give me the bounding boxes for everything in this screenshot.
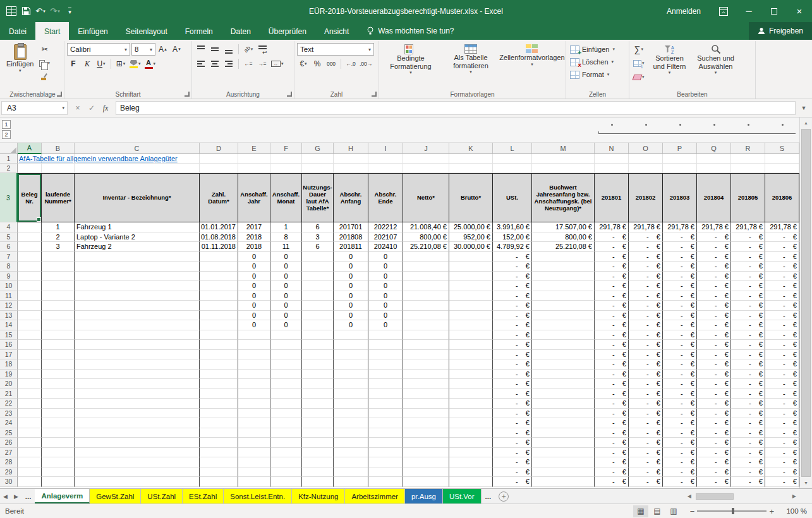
cell-O13[interactable]: - € bbox=[629, 311, 663, 321]
cell-P1[interactable] bbox=[663, 154, 697, 164]
cell-E23[interactable] bbox=[238, 409, 270, 419]
cell-R13[interactable]: - € bbox=[731, 311, 765, 321]
cell-P24[interactable]: - € bbox=[663, 418, 697, 428]
cell-K21[interactable] bbox=[449, 389, 493, 399]
cell-L3[interactable]: USt. bbox=[493, 173, 532, 222]
cell-S11[interactable]: - € bbox=[765, 291, 799, 301]
cell-I2[interactable] bbox=[368, 164, 403, 173]
cell-B24[interactable] bbox=[42, 418, 75, 428]
cell-S18[interactable]: - € bbox=[765, 359, 799, 370]
cell-N7[interactable]: - € bbox=[595, 252, 629, 262]
cell-S22[interactable]: - € bbox=[765, 399, 799, 409]
cell-K6[interactable]: 30.000,00 € bbox=[449, 242, 493, 252]
cell-H5[interactable]: 201808 bbox=[334, 232, 368, 243]
cell-F15[interactable] bbox=[270, 330, 302, 340]
cell-K24[interactable] bbox=[449, 418, 493, 428]
format-as-table-button[interactable]: Als Tabelle formatieren ▾ bbox=[442, 43, 500, 76]
cell-P21[interactable]: - € bbox=[663, 389, 697, 399]
hscroll-track[interactable] bbox=[694, 493, 789, 500]
zoom-level-label[interactable]: 100 % bbox=[777, 507, 807, 515]
cell-E10[interactable]: 0 bbox=[238, 281, 270, 291]
row-header-14[interactable]: 14 bbox=[0, 320, 18, 330]
cell-H1[interactable] bbox=[334, 154, 368, 164]
cell-R5[interactable]: - € bbox=[731, 232, 765, 243]
ribbon-tab-einfügen[interactable]: Einfügen bbox=[69, 22, 116, 40]
cell-J2[interactable] bbox=[403, 164, 449, 173]
cell-O22[interactable]: - € bbox=[629, 399, 663, 409]
cell-G23[interactable] bbox=[302, 409, 334, 419]
cell-J13[interactable] bbox=[403, 311, 449, 321]
align-right-button[interactable] bbox=[222, 57, 235, 70]
cell-C15[interactable] bbox=[75, 330, 200, 340]
cell-E22[interactable] bbox=[238, 399, 270, 409]
cell-L23[interactable]: - € bbox=[493, 409, 532, 419]
cell-D19[interactable] bbox=[200, 370, 238, 380]
cell-J4[interactable]: 21.008,40 € bbox=[403, 222, 449, 232]
cell-D16[interactable] bbox=[200, 340, 238, 350]
cell-F21[interactable] bbox=[270, 389, 302, 399]
cell-R14[interactable]: - € bbox=[731, 320, 765, 330]
cell-C11[interactable] bbox=[75, 291, 200, 301]
cell-Q1[interactable] bbox=[697, 154, 731, 164]
increase-font-button[interactable]: A▲ bbox=[157, 43, 169, 56]
row-header-11[interactable]: 11 bbox=[0, 291, 18, 301]
cell-F20[interactable] bbox=[270, 379, 302, 389]
cell-D4[interactable]: 01.01.2017 bbox=[200, 222, 238, 232]
cell-J24[interactable] bbox=[403, 418, 449, 428]
cell-G26[interactable] bbox=[302, 438, 334, 448]
cell-H21[interactable] bbox=[334, 389, 368, 399]
cell-I20[interactable] bbox=[368, 379, 403, 389]
cell-B4[interactable]: 1 bbox=[42, 222, 75, 232]
align-top-button[interactable] bbox=[195, 43, 207, 56]
cell-K5[interactable]: 952,00 € bbox=[449, 232, 493, 243]
cell-B28[interactable] bbox=[42, 457, 75, 467]
borders-button[interactable]: ⊞▾ bbox=[114, 57, 127, 70]
cell-I18[interactable] bbox=[368, 359, 403, 370]
cell-S27[interactable]: - € bbox=[765, 448, 799, 458]
cell-P16[interactable]: - € bbox=[663, 340, 697, 350]
cell-N3[interactable]: 201801 bbox=[595, 173, 629, 222]
cell-L30[interactable]: - € bbox=[493, 477, 532, 487]
tabs-scroll-left[interactable]: ◀ bbox=[0, 489, 11, 503]
cell-H14[interactable]: 0 bbox=[334, 320, 368, 330]
cell-J27[interactable] bbox=[403, 448, 449, 458]
cell-S26[interactable]: - € bbox=[765, 438, 799, 448]
cell-O23[interactable]: - € bbox=[629, 409, 663, 419]
cell-H3[interactable]: Abschr. Anfang bbox=[334, 173, 368, 222]
increase-indent-button[interactable]: →≡ bbox=[256, 57, 269, 70]
cell-H30[interactable] bbox=[334, 477, 368, 487]
cell-B15[interactable] bbox=[42, 330, 75, 340]
cell-E16[interactable] bbox=[238, 340, 270, 350]
cell-A24[interactable] bbox=[18, 418, 42, 428]
cell-K12[interactable] bbox=[449, 301, 493, 311]
sheet-tab-Sonst.Leist.Entn.[interactable]: Sonst.Leist.Entn. bbox=[224, 489, 292, 503]
row-header-16[interactable]: 16 bbox=[0, 340, 18, 350]
cell-C19[interactable] bbox=[75, 370, 200, 380]
cell-F1[interactable] bbox=[270, 154, 302, 164]
cell-G10[interactable] bbox=[302, 281, 334, 291]
cell-C13[interactable] bbox=[75, 311, 200, 321]
cell-M3[interactable]: Buchwert Jahresanfang bzw. Anschaffungsk… bbox=[532, 173, 595, 222]
cell-M24[interactable] bbox=[532, 418, 595, 428]
cell-R28[interactable]: - € bbox=[731, 457, 765, 467]
row-header-25[interactable]: 25 bbox=[0, 428, 18, 438]
row-header-2[interactable]: 2 bbox=[0, 164, 18, 173]
cell-S19[interactable]: - € bbox=[765, 370, 799, 380]
cell-A13[interactable] bbox=[18, 311, 42, 321]
cell-Q24[interactable]: - € bbox=[697, 418, 731, 428]
cell-F9[interactable]: 0 bbox=[270, 272, 302, 282]
cell-F4[interactable]: 1 bbox=[270, 222, 302, 232]
cell-L19[interactable]: - € bbox=[493, 370, 532, 380]
comma-style-button[interactable]: 000 bbox=[325, 57, 337, 70]
sort-filter-button[interactable]: AZ Sortieren und Filtern ▾ bbox=[648, 43, 692, 76]
cell-H22[interactable] bbox=[334, 399, 368, 409]
row-header-15[interactable]: 15 bbox=[0, 330, 18, 340]
row-header-1[interactable]: 1 bbox=[0, 154, 18, 164]
cell-N20[interactable]: - € bbox=[595, 379, 629, 389]
cell-A29[interactable] bbox=[18, 467, 42, 478]
cell-D21[interactable] bbox=[200, 389, 238, 399]
cell-N24[interactable]: - € bbox=[595, 418, 629, 428]
cell-L17[interactable]: - € bbox=[493, 350, 532, 360]
insert-cells-button[interactable]: + Einfügen ▾ bbox=[569, 43, 626, 56]
cell-K27[interactable] bbox=[449, 448, 493, 458]
